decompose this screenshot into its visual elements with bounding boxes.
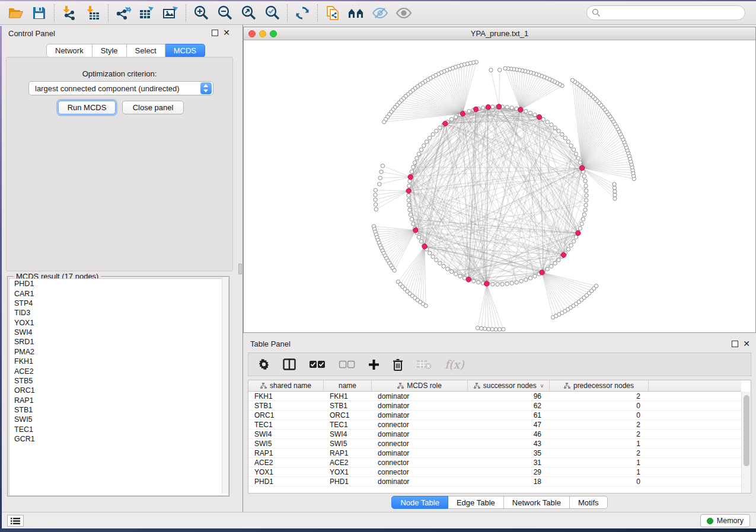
network-node[interactable]	[578, 161, 582, 164]
network-canvas[interactable]	[244, 40, 755, 332]
cell-predecessor-nodes[interactable]: 1	[550, 458, 649, 467]
network-node[interactable]	[510, 106, 513, 110]
cell-successor-nodes[interactable]: 18	[468, 477, 550, 486]
network-node[interactable]	[505, 282, 509, 286]
import-table-icon[interactable]	[81, 3, 105, 23]
cell-shared-name[interactable]: SWI5	[248, 439, 324, 448]
cell-MCDS-role[interactable]: dominator	[372, 411, 468, 419]
cell-predecessor-nodes[interactable]: 0	[550, 411, 649, 419]
network-node[interactable]	[412, 165, 415, 169]
cell-name[interactable]: SWI5	[324, 439, 372, 448]
network-node[interactable]	[557, 129, 560, 133]
network-node[interactable]	[449, 270, 453, 273]
network-node[interactable]	[409, 213, 412, 216]
network-node[interactable]	[613, 190, 617, 193]
mcds-result-item[interactable]: TID3	[9, 308, 228, 318]
zoom-in-icon[interactable]	[189, 3, 213, 23]
network-node[interactable]	[412, 222, 415, 226]
mcds-result-item[interactable]: SWI4	[9, 328, 228, 337]
network-node[interactable]	[574, 152, 578, 156]
network-node[interactable]	[374, 193, 377, 197]
cell-MCDS-role[interactable]: dominator	[372, 392, 468, 400]
network-node[interactable]	[533, 274, 537, 278]
network-node[interactable]	[613, 197, 617, 200]
network-node[interactable]	[557, 258, 560, 262]
table-row[interactable]: SWI5SWI5connector431	[248, 439, 741, 448]
cell-MCDS-role[interactable]: connector	[372, 420, 468, 429]
network-node[interactable]	[613, 182, 616, 186]
table-row[interactable]: YOX1YOX1connector291	[248, 467, 741, 477]
network-node[interactable]	[487, 327, 490, 331]
network-node[interactable]	[428, 251, 431, 255]
cell-name[interactable]: YOX1	[324, 467, 372, 476]
network-node[interactable]	[467, 110, 471, 113]
cell-name[interactable]: TEC1	[324, 420, 372, 429]
mcds-hub-node[interactable]	[474, 107, 479, 111]
network-node[interactable]	[442, 264, 445, 268]
cell-shared-name[interactable]: RAP1	[248, 448, 324, 457]
network-node[interactable]	[378, 176, 382, 180]
network-node[interactable]	[408, 208, 412, 211]
network-node[interactable]	[415, 156, 419, 160]
network-node[interactable]	[500, 283, 504, 286]
tab-node-table[interactable]: Node Table	[391, 496, 448, 509]
network-node[interactable]	[431, 133, 435, 136]
network-node[interactable]	[407, 194, 410, 197]
cell-shared-name[interactable]: SWI4	[248, 430, 324, 438]
mcds-result-item[interactable]: CAR1	[9, 289, 228, 298]
mcds-result-item[interactable]: FKH1	[9, 357, 228, 366]
table-scrollbar-thumb[interactable]	[744, 395, 749, 466]
float-table-panel-button[interactable]	[732, 341, 738, 347]
network-node[interactable]	[431, 255, 435, 258]
table-row[interactable]: ORC1ORC1dominator610	[248, 411, 741, 420]
network-node[interactable]	[374, 198, 377, 201]
cell-successor-nodes[interactable]: 96	[468, 392, 550, 400]
network-node[interactable]	[497, 68, 501, 72]
tab-motifs[interactable]: Motifs	[570, 496, 608, 509]
show-all-icon[interactable]	[392, 3, 416, 23]
network-node[interactable]	[472, 279, 476, 283]
network-node[interactable]	[583, 208, 587, 211]
network-node[interactable]	[379, 170, 383, 174]
table-row[interactable]: SWI4SWI4dominator462	[248, 430, 741, 439]
column-header-successor-nodes[interactable]: successor nodesv	[468, 380, 550, 391]
mcds-list-scrollbar[interactable]	[222, 277, 228, 493]
mcds-result-item[interactable]: PHD1	[9, 279, 228, 289]
cell-predecessor-nodes[interactable]: 2	[550, 392, 649, 400]
zoom-out-icon[interactable]	[213, 3, 237, 23]
cell-successor-nodes[interactable]: 29	[468, 467, 550, 476]
network-node[interactable]	[541, 117, 545, 121]
close-table-panel-icon[interactable]: ✕	[743, 339, 750, 348]
mcds-result-item[interactable]: SRD1	[9, 337, 228, 347]
table-body[interactable]: FKH1FKH1dominator962STB1STB1dominator620…	[248, 392, 741, 493]
network-node[interactable]	[489, 68, 493, 72]
network-node[interactable]	[419, 148, 423, 151]
network-node[interactable]	[410, 170, 413, 174]
float-panel-button[interactable]	[212, 30, 218, 36]
mcds-hub-node[interactable]	[460, 111, 465, 116]
network-node[interactable]	[528, 111, 532, 114]
cell-shared-name[interactable]: YOX1	[248, 467, 324, 476]
cell-MCDS-role[interactable]: dominator	[372, 448, 468, 457]
network-node[interactable]	[572, 148, 575, 151]
select-columns-icon[interactable]	[283, 358, 296, 370]
network-node[interactable]	[477, 280, 480, 284]
cell-shared-name[interactable]: FKH1	[248, 392, 324, 400]
refresh-icon[interactable]	[291, 3, 314, 23]
cell-name[interactable]: ORC1	[324, 411, 372, 419]
tab-select[interactable]: Select	[127, 44, 165, 57]
tab-mcds[interactable]: MCDS	[165, 44, 205, 57]
delete-column-icon[interactable]	[393, 358, 403, 371]
mcds-hub-node[interactable]	[443, 121, 448, 126]
cell-name[interactable]: PHD1	[324, 477, 372, 486]
mcds-result-item[interactable]: PMA2	[9, 347, 228, 357]
network-node[interactable]	[613, 186, 616, 190]
mcds-result-item[interactable]: STP4	[9, 299, 228, 308]
network-node[interactable]	[574, 235, 578, 239]
mcds-result-list[interactable]: PHD1CAR1STP4TID3YOX1SWI4SRD1PMA2FKH1ACE2…	[9, 278, 229, 496]
mcds-hub-node[interactable]	[466, 277, 471, 282]
network-node[interactable]	[374, 188, 377, 192]
zoom-fit-icon[interactable]	[237, 3, 260, 23]
cell-predecessor-nodes[interactable]: 0	[550, 477, 649, 486]
apply-function-button[interactable]: f(x)	[445, 358, 464, 371]
